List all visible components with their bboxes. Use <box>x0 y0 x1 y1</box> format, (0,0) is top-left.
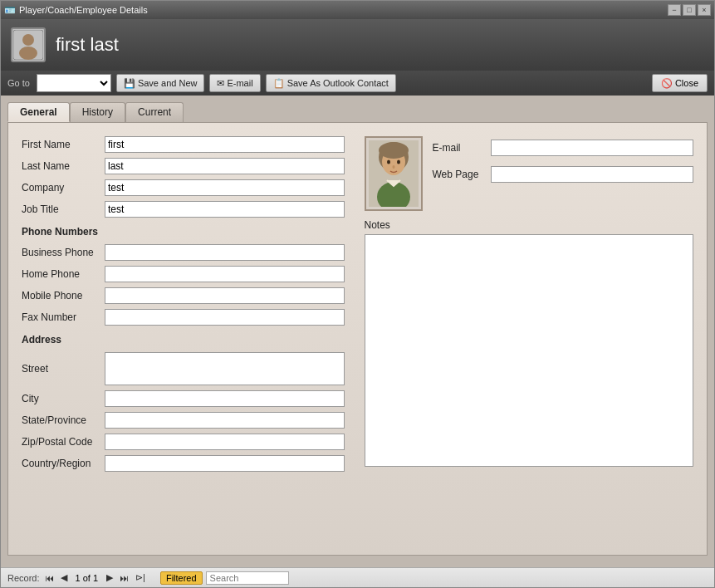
street-row: Street <box>22 352 345 385</box>
next-record-button[interactable]: ▶ <box>105 572 115 583</box>
record-label: Record: <box>7 573 40 583</box>
web-page-label: Web Page <box>433 169 491 180</box>
app-icon: 🪪 <box>4 5 16 16</box>
phone-section-heading: Phone Numbers <box>22 226 345 238</box>
state-label: State/Province <box>22 414 105 426</box>
right-top-section: E-mail Web Page <box>365 136 694 211</box>
svg-point-9 <box>392 165 394 169</box>
business-phone-row: Business Phone <box>22 244 345 261</box>
mobile-phone-label: Mobile Phone <box>22 290 105 301</box>
notes-textarea[interactable] <box>365 234 694 467</box>
fax-number-row: Fax Number <box>22 309 345 326</box>
close-window-button[interactable]: × <box>698 4 711 16</box>
prev-record-button[interactable]: ◀ <box>59 572 69 583</box>
header-icon <box>11 27 46 62</box>
form-panel: First Name Last Name Company Job Title <box>7 122 708 556</box>
header-name: first last <box>56 34 119 56</box>
email-row: E-mail <box>433 140 694 156</box>
fax-number-label: Fax Number <box>22 311 105 323</box>
country-input[interactable] <box>105 455 345 472</box>
new-record-button[interactable]: ⊳| <box>134 572 147 583</box>
svg-point-6 <box>379 142 409 159</box>
city-label: City <box>22 393 105 404</box>
business-phone-input[interactable] <box>105 244 345 261</box>
fax-number-input[interactable] <box>105 309 345 326</box>
tab-general[interactable]: General <box>7 102 70 122</box>
mobile-phone-input[interactable] <box>105 287 345 304</box>
outlook-icon: 📋 <box>273 78 285 89</box>
search-input[interactable] <box>206 571 289 585</box>
app-header: first last <box>1 19 714 71</box>
photo-box <box>365 136 423 211</box>
state-row: State/Province <box>22 412 345 429</box>
tab-bar: General History Current <box>7 102 708 122</box>
web-page-input[interactable] <box>491 166 694 183</box>
header-icon-svg <box>13 30 43 60</box>
title-bar-left: 🪪 Player/Coach/Employee Details <box>4 5 148 16</box>
form-right: E-mail Web Page Notes <box>358 136 694 541</box>
tab-history[interactable]: History <box>70 102 125 122</box>
email-button[interactable]: ✉ E-mail <box>209 74 260 92</box>
last-name-row: Last Name <box>22 158 345 174</box>
svg-point-1 <box>22 34 34 46</box>
job-title-input[interactable] <box>105 201 345 218</box>
title-bar-controls: − □ × <box>668 4 711 16</box>
first-name-label: First Name <box>22 139 105 150</box>
save-new-icon: 💾 <box>124 78 135 89</box>
business-phone-label: Business Phone <box>22 247 105 258</box>
first-record-button[interactable]: ⏮ <box>43 573 56 583</box>
first-name-row: First Name <box>22 136 345 153</box>
filtered-badge: Filtered <box>160 571 203 585</box>
address-section-heading: Address <box>22 334 345 345</box>
form-left: First Name Last Name Company Job Title <box>22 136 358 541</box>
home-phone-row: Home Phone <box>22 266 345 282</box>
restore-button[interactable]: □ <box>683 4 696 16</box>
job-title-row: Job Title <box>22 201 345 218</box>
minimize-button[interactable]: − <box>668 4 681 16</box>
last-name-label: Last Name <box>22 160 105 172</box>
person-photo-svg <box>369 140 419 207</box>
first-name-input[interactable] <box>105 136 345 153</box>
home-phone-input[interactable] <box>105 266 345 282</box>
company-label: Company <box>22 182 105 194</box>
email-label: E-mail <box>433 142 491 154</box>
street-input[interactable] <box>105 352 345 385</box>
toolbar: Go to 💾 Save and New ✉ E-mail 📋 Save As … <box>1 71 714 96</box>
title-bar: 🪪 Player/Coach/Employee Details − □ × <box>1 1 714 19</box>
city-input[interactable] <box>105 390 345 407</box>
email-web-section: E-mail Web Page <box>433 136 694 211</box>
close-icon: 🚫 <box>661 78 673 89</box>
email-icon: ✉ <box>217 78 224 89</box>
company-input[interactable] <box>105 179 345 196</box>
email-input[interactable] <box>491 140 694 156</box>
close-button[interactable]: 🚫 Close <box>652 74 708 92</box>
country-label: Country/Region <box>22 458 105 469</box>
home-phone-label: Home Phone <box>22 268 105 280</box>
zip-input[interactable] <box>105 434 345 450</box>
state-input[interactable] <box>105 412 345 429</box>
zip-row: Zip/Postal Code <box>22 434 345 450</box>
window-title: Player/Coach/Employee Details <box>19 5 148 15</box>
tab-current[interactable]: Current <box>125 102 184 122</box>
last-record-button[interactable]: ⏭ <box>118 573 130 583</box>
goto-label: Go to <box>7 78 30 88</box>
country-row: Country/Region <box>22 455 345 472</box>
svg-point-2 <box>19 47 37 60</box>
city-row: City <box>22 390 345 407</box>
street-label: Street <box>22 363 105 375</box>
goto-select[interactable] <box>37 74 111 92</box>
notes-label: Notes <box>365 219 694 231</box>
mobile-phone-row: Mobile Phone <box>22 287 345 304</box>
app-window: 🪪 Player/Coach/Employee Details − □ × fi… <box>0 0 715 588</box>
job-title-label: Job Title <box>22 203 105 215</box>
form-grid: First Name Last Name Company Job Title <box>22 136 693 541</box>
save-and-new-button[interactable]: 💾 Save and New <box>116 74 205 92</box>
last-name-input[interactable] <box>105 158 345 174</box>
company-row: Company <box>22 179 345 196</box>
save-outlook-button[interactable]: 📋 Save As Outlook Contact <box>266 74 396 92</box>
record-count: 1 of 1 <box>76 573 99 583</box>
notes-section: Notes <box>365 219 694 469</box>
zip-label: Zip/Postal Code <box>22 436 105 448</box>
content-area: General History Current First Name Last … <box>1 96 714 567</box>
web-page-row: Web Page <box>433 166 694 183</box>
